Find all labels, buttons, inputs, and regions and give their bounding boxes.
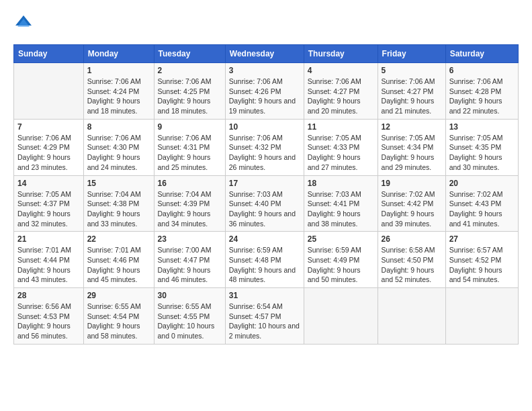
day-number: 2: [158, 66, 222, 75]
day-number: 25: [308, 234, 374, 244]
day-number: 8: [87, 122, 150, 132]
header-saturday: Saturday: [445, 45, 518, 63]
day-number: 21: [17, 234, 80, 244]
calendar-header-row: SundayMondayTuesdayWednesdayThursdayFrid…: [14, 45, 519, 63]
calendar-cell: 24Sunrise: 6:59 AM Sunset: 4:48 PM Dayli…: [225, 232, 304, 288]
day-number: 31: [229, 291, 300, 300]
calendar-cell: 29Sunrise: 6:55 AM Sunset: 4:54 PM Dayli…: [83, 288, 154, 345]
calendar-cell: [378, 288, 445, 345]
day-number: 20: [449, 179, 515, 188]
day-number: 14: [17, 179, 80, 188]
header-monday: Monday: [83, 45, 154, 63]
calendar-cell: 31Sunrise: 6:54 AM Sunset: 4:57 PM Dayli…: [225, 288, 304, 345]
calendar-cell: 2Sunrise: 7:06 AM Sunset: 4:25 PM Daylig…: [154, 63, 225, 120]
calendar-cell: 5Sunrise: 7:06 AM Sunset: 4:27 PM Daylig…: [378, 63, 445, 120]
day-number: 29: [87, 291, 150, 300]
calendar-cell: 3Sunrise: 7:06 AM Sunset: 4:26 PM Daylig…: [225, 63, 304, 120]
day-number: 1: [87, 66, 150, 75]
day-number: 11: [308, 122, 374, 132]
calendar-cell: 11Sunrise: 7:05 AM Sunset: 4:33 PM Dayli…: [304, 119, 378, 175]
day-number: 19: [382, 179, 442, 188]
logo: [13, 13, 36, 34]
calendar-cell: [445, 288, 518, 345]
day-info: Sunrise: 7:06 AM Sunset: 4:29 PM Dayligh…: [17, 133, 80, 173]
day-info: Sunrise: 7:03 AM Sunset: 4:40 PM Dayligh…: [229, 189, 300, 229]
header-wednesday: Wednesday: [225, 45, 304, 63]
calendar-cell: 23Sunrise: 7:00 AM Sunset: 4:47 PM Dayli…: [154, 232, 225, 288]
header-sunday: Sunday: [14, 45, 84, 63]
calendar-cell: [304, 288, 378, 345]
day-info: Sunrise: 7:05 AM Sunset: 4:33 PM Dayligh…: [308, 133, 374, 173]
day-info: Sunrise: 6:55 AM Sunset: 4:55 PM Dayligh…: [158, 302, 222, 341]
day-info: Sunrise: 7:00 AM Sunset: 4:47 PM Dayligh…: [158, 245, 222, 285]
day-number: 4: [308, 66, 374, 75]
header-thursday: Thursday: [304, 45, 378, 63]
calendar-cell: 15Sunrise: 7:04 AM Sunset: 4:38 PM Dayli…: [83, 175, 154, 232]
calendar-cell: 26Sunrise: 6:58 AM Sunset: 4:50 PM Dayli…: [378, 232, 445, 288]
day-number: 7: [17, 122, 80, 132]
day-info: Sunrise: 7:04 AM Sunset: 4:38 PM Dayligh…: [87, 189, 150, 229]
calendar-cell: 13Sunrise: 7:05 AM Sunset: 4:35 PM Dayli…: [445, 119, 518, 175]
header-tuesday: Tuesday: [154, 45, 225, 63]
day-number: 13: [449, 122, 515, 132]
day-number: 9: [158, 122, 222, 132]
calendar-cell: 8Sunrise: 7:06 AM Sunset: 4:30 PM Daylig…: [83, 119, 154, 175]
calendar-cell: 25Sunrise: 6:59 AM Sunset: 4:49 PM Dayli…: [304, 232, 378, 288]
day-info: Sunrise: 7:01 AM Sunset: 4:46 PM Dayligh…: [87, 245, 150, 285]
day-info: Sunrise: 7:05 AM Sunset: 4:34 PM Dayligh…: [382, 133, 442, 173]
calendar-week-2: 7Sunrise: 7:06 AM Sunset: 4:29 PM Daylig…: [14, 119, 519, 175]
day-number: 23: [158, 234, 222, 244]
logo-icon: [13, 13, 34, 34]
day-number: 18: [308, 179, 374, 188]
day-number: 28: [17, 291, 80, 300]
day-number: 6: [449, 66, 515, 75]
calendar-week-5: 28Sunrise: 6:56 AM Sunset: 4:53 PM Dayli…: [14, 288, 519, 345]
day-number: 5: [382, 66, 442, 75]
calendar-cell: 16Sunrise: 7:04 AM Sunset: 4:39 PM Dayli…: [154, 175, 225, 232]
day-info: Sunrise: 7:06 AM Sunset: 4:27 PM Dayligh…: [308, 77, 374, 116]
calendar-cell: 9Sunrise: 7:06 AM Sunset: 4:31 PM Daylig…: [154, 119, 225, 175]
day-info: Sunrise: 7:04 AM Sunset: 4:39 PM Dayligh…: [158, 189, 222, 229]
calendar-table: SundayMondayTuesdayWednesdayThursdayFrid…: [13, 44, 519, 345]
calendar-cell: 18Sunrise: 7:03 AM Sunset: 4:41 PM Dayli…: [304, 175, 378, 232]
calendar-cell: 30Sunrise: 6:55 AM Sunset: 4:55 PM Dayli…: [154, 288, 225, 345]
day-info: Sunrise: 7:06 AM Sunset: 4:30 PM Dayligh…: [87, 133, 150, 173]
day-info: Sunrise: 7:06 AM Sunset: 4:24 PM Dayligh…: [87, 77, 150, 116]
day-info: Sunrise: 6:58 AM Sunset: 4:50 PM Dayligh…: [382, 245, 442, 285]
day-number: 30: [158, 291, 222, 300]
day-number: 27: [449, 234, 515, 244]
calendar-week-3: 14Sunrise: 7:05 AM Sunset: 4:37 PM Dayli…: [14, 175, 519, 232]
day-number: 24: [229, 234, 300, 244]
day-info: Sunrise: 6:56 AM Sunset: 4:53 PM Dayligh…: [17, 302, 80, 341]
day-info: Sunrise: 7:02 AM Sunset: 4:42 PM Dayligh…: [382, 189, 442, 229]
header-friday: Friday: [378, 45, 445, 63]
day-info: Sunrise: 7:05 AM Sunset: 4:37 PM Dayligh…: [17, 189, 80, 229]
calendar-cell: [14, 63, 84, 120]
page-header: [13, 13, 519, 34]
calendar-cell: 20Sunrise: 7:02 AM Sunset: 4:43 PM Dayli…: [445, 175, 518, 232]
calendar-cell: 1Sunrise: 7:06 AM Sunset: 4:24 PM Daylig…: [83, 63, 154, 120]
day-info: Sunrise: 7:06 AM Sunset: 4:31 PM Dayligh…: [158, 133, 222, 173]
day-info: Sunrise: 7:06 AM Sunset: 4:28 PM Dayligh…: [449, 77, 515, 116]
day-info: Sunrise: 6:59 AM Sunset: 4:48 PM Dayligh…: [229, 245, 300, 285]
calendar-cell: 17Sunrise: 7:03 AM Sunset: 4:40 PM Dayli…: [225, 175, 304, 232]
calendar-cell: 21Sunrise: 7:01 AM Sunset: 4:44 PM Dayli…: [14, 232, 84, 288]
calendar-cell: 27Sunrise: 6:57 AM Sunset: 4:52 PM Dayli…: [445, 232, 518, 288]
day-info: Sunrise: 6:54 AM Sunset: 4:57 PM Dayligh…: [229, 302, 300, 341]
day-info: Sunrise: 7:02 AM Sunset: 4:43 PM Dayligh…: [449, 189, 515, 229]
day-number: 15: [87, 179, 150, 188]
calendar-cell: 14Sunrise: 7:05 AM Sunset: 4:37 PM Dayli…: [14, 175, 84, 232]
day-number: 3: [229, 66, 300, 75]
day-number: 17: [229, 179, 300, 188]
day-number: 22: [87, 234, 150, 244]
calendar-cell: 10Sunrise: 7:06 AM Sunset: 4:32 PM Dayli…: [225, 119, 304, 175]
day-info: Sunrise: 7:03 AM Sunset: 4:41 PM Dayligh…: [308, 189, 374, 229]
day-info: Sunrise: 6:59 AM Sunset: 4:49 PM Dayligh…: [308, 245, 374, 285]
day-info: Sunrise: 7:05 AM Sunset: 4:35 PM Dayligh…: [449, 133, 515, 173]
day-number: 26: [382, 234, 442, 244]
calendar-cell: 12Sunrise: 7:05 AM Sunset: 4:34 PM Dayli…: [378, 119, 445, 175]
day-number: 16: [158, 179, 222, 188]
calendar-cell: 6Sunrise: 7:06 AM Sunset: 4:28 PM Daylig…: [445, 63, 518, 120]
calendar-cell: 19Sunrise: 7:02 AM Sunset: 4:42 PM Dayli…: [378, 175, 445, 232]
calendar-cell: 28Sunrise: 6:56 AM Sunset: 4:53 PM Dayli…: [14, 288, 84, 345]
